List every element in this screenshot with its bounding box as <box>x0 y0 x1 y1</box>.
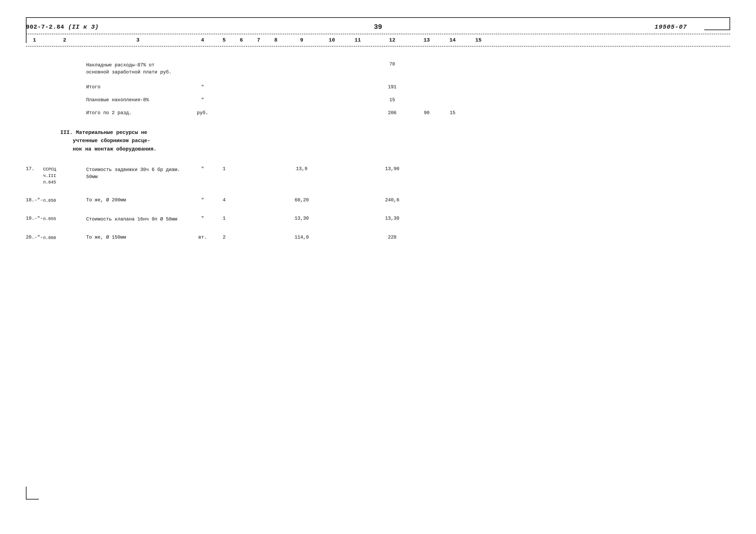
i18-col5: 4 <box>216 197 233 203</box>
overhead-row-1: Накладные расходы-87% отосновной заработ… <box>26 62 730 76</box>
it2-col13: 90 <box>414 110 440 115</box>
content-area: Накладные расходы-87% отосновной заработ… <box>26 57 730 241</box>
i20-col12: 228 <box>371 235 414 240</box>
overhead-row-itogo2: Итого по 2 разд. руб. 206 90 15 <box>26 110 730 115</box>
item-row-19: 19.-"- п.855 Стоимость клапана 16нч 9п Ø… <box>26 216 730 223</box>
i19-col9: 13,30 <box>284 216 319 221</box>
dashed-separator-2 <box>26 46 730 46</box>
i18-col12: 240,6 <box>371 197 414 203</box>
item-row-17: 17. ССРСЦч.IIIп.645 Стоимость задвижки 3… <box>26 166 730 186</box>
i20-col5: 2 <box>216 235 233 240</box>
i17-col3: Стоимость задвижки 30ч 6 бр диам. 50мм <box>86 166 190 180</box>
i20-col3: То же, Ø 150мм <box>86 235 190 240</box>
header-row: 902-7-2.84 (II к 3) 39 19505-07 <box>26 17 730 33</box>
doc-suffix: (II к 3) <box>68 24 99 30</box>
i19-col12: 13,30 <box>371 216 414 221</box>
it2-col14: 15 <box>440 110 466 115</box>
i18-col3: То же, Ø 200мм <box>86 197 190 203</box>
it-col3: Итого <box>86 85 190 90</box>
i18-col4: " <box>190 197 216 203</box>
item-row-18: 18.-"- п.650 То же, Ø 200мм " 4 60,20 24… <box>26 197 730 204</box>
i17-col12: 13,90 <box>371 166 414 172</box>
it2-col3: Итого по 2 разд. <box>86 110 190 115</box>
overhead-row-plan: Плановые накопления-8% " 15 <box>26 97 730 103</box>
it-col4: " <box>190 85 216 90</box>
i17-col5: 1 <box>216 166 233 172</box>
i18-col2: п.650 <box>43 197 86 204</box>
section3-title: III. Материальные ресурсы не учтенные сб… <box>26 129 730 153</box>
item-row-20: 20.-"- п.860 То же, Ø 150мм вт. 2 114,0 … <box>26 235 730 241</box>
document-container: 902-7-2.84 (II к 3) 39 19505-07 1 2 3 4 … <box>26 17 730 517</box>
pn-col4: " <box>190 97 216 103</box>
i19-col1: 19.-"- <box>26 216 43 221</box>
i19-col2: п.855 <box>43 216 86 222</box>
i20-col1: 20.-"- <box>26 235 43 240</box>
i20-col2: п.860 <box>43 235 86 241</box>
center-value: 39 <box>374 23 382 31</box>
i18-col9: 60,20 <box>284 197 319 203</box>
i17-col4: " <box>190 166 216 172</box>
ovr1-col3: Накладные расходы-87% отосновной заработ… <box>86 62 190 76</box>
it-col12: 191 <box>371 85 414 90</box>
it2-col12: 206 <box>371 110 414 115</box>
i19-col5: 1 <box>216 216 233 221</box>
bottom-left-corner <box>26 487 39 499</box>
doc-number: 902-7-2.84 (II к 3) <box>26 24 99 30</box>
pn-col3: Плановые накопления-8% <box>86 97 190 103</box>
pn-col12: 15 <box>371 97 414 103</box>
ovr1-col12: 70 <box>371 62 414 67</box>
i18-col1: 18.-"- <box>26 197 43 203</box>
i17-col2: ССРСЦч.IIIп.645 <box>43 166 86 186</box>
i19-col4: " <box>190 216 216 221</box>
i19-col3: Стоимость клапана 16нч 9п Ø 50мм <box>86 216 190 223</box>
overhead-row-itogo: Итого " 191 <box>26 85 730 90</box>
i20-col4: вт. <box>190 235 216 240</box>
it2-col4: руб. <box>190 110 216 115</box>
i20-col9: 114,0 <box>284 235 319 240</box>
i17-col1: 17. <box>26 166 43 172</box>
right-value: 19505-07 <box>655 24 687 30</box>
page: 902-7-2.84 (II к 3) 39 19505-07 1 2 3 4 … <box>0 0 756 534</box>
i17-col9: 13,9 <box>284 166 319 172</box>
